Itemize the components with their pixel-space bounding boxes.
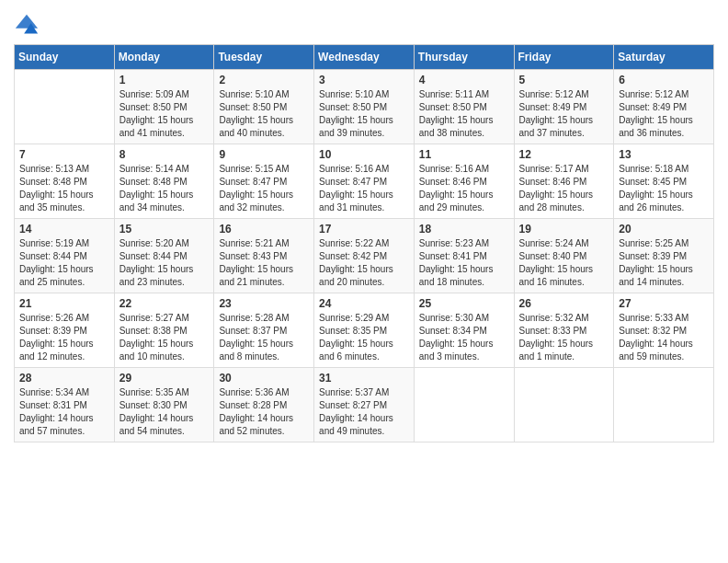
day-info: Sunrise: 5:18 AM Sunset: 8:45 PM Dayligh… xyxy=(619,163,709,214)
day-cell: 1Sunrise: 5:09 AM Sunset: 8:50 PM Daylig… xyxy=(114,70,214,144)
column-header-tuesday: Tuesday xyxy=(214,45,314,70)
day-info: Sunrise: 5:30 AM Sunset: 8:34 PM Dayligh… xyxy=(419,312,509,363)
day-cell: 20Sunrise: 5:25 AM Sunset: 8:39 PM Dayli… xyxy=(614,219,714,293)
day-cell: 16Sunrise: 5:21 AM Sunset: 8:43 PM Dayli… xyxy=(214,219,314,293)
day-number: 9 xyxy=(219,148,309,161)
day-number: 13 xyxy=(619,148,709,161)
week-row-5: 28Sunrise: 5:34 AM Sunset: 8:31 PM Dayli… xyxy=(15,368,714,442)
day-number: 21 xyxy=(19,297,109,310)
day-cell: 22Sunrise: 5:27 AM Sunset: 8:38 PM Dayli… xyxy=(114,293,214,368)
day-info: Sunrise: 5:34 AM Sunset: 8:31 PM Dayligh… xyxy=(19,386,109,438)
day-number: 11 xyxy=(419,148,509,161)
day-number: 6 xyxy=(619,74,709,86)
day-cell: 18Sunrise: 5:23 AM Sunset: 8:41 PM Dayli… xyxy=(414,219,514,293)
day-number: 30 xyxy=(219,372,309,385)
day-info: Sunrise: 5:20 AM Sunset: 8:44 PM Dayligh… xyxy=(119,237,210,289)
day-cell: 19Sunrise: 5:24 AM Sunset: 8:40 PM Dayli… xyxy=(514,219,614,293)
day-cell: 4Sunrise: 5:11 AM Sunset: 8:50 PM Daylig… xyxy=(414,70,514,144)
day-info: Sunrise: 5:12 AM Sunset: 8:49 PM Dayligh… xyxy=(519,88,609,140)
day-info: Sunrise: 5:10 AM Sunset: 8:50 PM Dayligh… xyxy=(219,88,309,140)
day-info: Sunrise: 5:15 AM Sunset: 8:47 PM Dayligh… xyxy=(219,163,309,214)
day-cell xyxy=(514,368,614,442)
day-number: 25 xyxy=(419,297,509,310)
day-info: Sunrise: 5:33 AM Sunset: 8:32 PM Dayligh… xyxy=(619,312,709,363)
day-cell: 2Sunrise: 5:10 AM Sunset: 8:50 PM Daylig… xyxy=(214,70,314,144)
day-cell: 21Sunrise: 5:26 AM Sunset: 8:39 PM Dayli… xyxy=(15,293,115,368)
day-info: Sunrise: 5:09 AM Sunset: 8:50 PM Dayligh… xyxy=(119,88,210,140)
svg-marker-0 xyxy=(16,15,38,29)
day-info: Sunrise: 5:36 AM Sunset: 8:28 PM Dayligh… xyxy=(219,386,309,438)
day-cell: 11Sunrise: 5:16 AM Sunset: 8:46 PM Dayli… xyxy=(414,144,514,219)
day-cell: 23Sunrise: 5:28 AM Sunset: 8:37 PM Dayli… xyxy=(214,293,314,368)
day-info: Sunrise: 5:26 AM Sunset: 8:39 PM Dayligh… xyxy=(19,312,109,363)
header-row: SundayMondayTuesdayWednesdayThursdayFrid… xyxy=(15,45,714,70)
day-cell: 17Sunrise: 5:22 AM Sunset: 8:42 PM Dayli… xyxy=(314,219,415,293)
calendar-table: SundayMondayTuesdayWednesdayThursdayFrid… xyxy=(14,44,714,442)
day-info: Sunrise: 5:32 AM Sunset: 8:33 PM Dayligh… xyxy=(519,312,609,363)
day-number: 10 xyxy=(319,148,409,161)
day-info: Sunrise: 5:19 AM Sunset: 8:44 PM Dayligh… xyxy=(19,237,109,289)
day-cell: 15Sunrise: 5:20 AM Sunset: 8:44 PM Dayli… xyxy=(114,219,214,293)
day-number: 4 xyxy=(419,74,509,86)
day-number: 8 xyxy=(119,148,210,161)
day-info: Sunrise: 5:22 AM Sunset: 8:42 PM Dayligh… xyxy=(319,237,409,289)
day-number: 22 xyxy=(119,297,210,310)
day-info: Sunrise: 5:35 AM Sunset: 8:30 PM Dayligh… xyxy=(119,386,210,438)
day-cell: 27Sunrise: 5:33 AM Sunset: 8:32 PM Dayli… xyxy=(614,293,714,368)
week-row-3: 14Sunrise: 5:19 AM Sunset: 8:44 PM Dayli… xyxy=(15,219,714,293)
day-info: Sunrise: 5:10 AM Sunset: 8:50 PM Dayligh… xyxy=(319,88,409,140)
day-info: Sunrise: 5:24 AM Sunset: 8:40 PM Dayligh… xyxy=(519,237,609,289)
day-number: 27 xyxy=(619,297,709,310)
day-cell: 8Sunrise: 5:14 AM Sunset: 8:48 PM Daylig… xyxy=(114,144,214,219)
day-number: 23 xyxy=(219,297,309,310)
day-cell: 25Sunrise: 5:30 AM Sunset: 8:34 PM Dayli… xyxy=(414,293,514,368)
logo xyxy=(14,13,43,39)
day-info: Sunrise: 5:37 AM Sunset: 8:27 PM Dayligh… xyxy=(319,386,409,438)
day-cell: 7Sunrise: 5:13 AM Sunset: 8:48 PM Daylig… xyxy=(15,144,115,219)
day-cell: 10Sunrise: 5:16 AM Sunset: 8:47 PM Dayli… xyxy=(314,144,415,219)
day-cell xyxy=(414,368,514,442)
week-row-1: 1Sunrise: 5:09 AM Sunset: 8:50 PM Daylig… xyxy=(15,70,714,144)
day-number: 12 xyxy=(519,148,609,161)
day-number: 17 xyxy=(319,223,409,236)
logo-icon xyxy=(14,13,40,39)
day-info: Sunrise: 5:16 AM Sunset: 8:47 PM Dayligh… xyxy=(319,163,409,214)
day-cell xyxy=(614,368,714,442)
day-cell: 24Sunrise: 5:29 AM Sunset: 8:35 PM Dayli… xyxy=(314,293,415,368)
week-row-4: 21Sunrise: 5:26 AM Sunset: 8:39 PM Dayli… xyxy=(15,293,714,368)
day-number: 24 xyxy=(319,297,409,310)
day-cell: 29Sunrise: 5:35 AM Sunset: 8:30 PM Dayli… xyxy=(114,368,214,442)
column-header-monday: Monday xyxy=(114,45,214,70)
day-info: Sunrise: 5:16 AM Sunset: 8:46 PM Dayligh… xyxy=(419,163,509,214)
day-cell xyxy=(15,70,115,144)
day-info: Sunrise: 5:14 AM Sunset: 8:48 PM Dayligh… xyxy=(119,163,210,214)
day-cell: 28Sunrise: 5:34 AM Sunset: 8:31 PM Dayli… xyxy=(15,368,115,442)
day-number: 19 xyxy=(519,223,609,236)
day-number: 3 xyxy=(319,74,409,86)
week-row-2: 7Sunrise: 5:13 AM Sunset: 8:48 PM Daylig… xyxy=(15,144,714,219)
day-cell: 5Sunrise: 5:12 AM Sunset: 8:49 PM Daylig… xyxy=(514,70,614,144)
day-number: 28 xyxy=(19,372,109,385)
day-info: Sunrise: 5:29 AM Sunset: 8:35 PM Dayligh… xyxy=(319,312,409,363)
day-cell: 6Sunrise: 5:12 AM Sunset: 8:49 PM Daylig… xyxy=(614,70,714,144)
column-header-thursday: Thursday xyxy=(414,45,514,70)
day-info: Sunrise: 5:13 AM Sunset: 8:48 PM Dayligh… xyxy=(19,163,109,214)
day-cell: 13Sunrise: 5:18 AM Sunset: 8:45 PM Dayli… xyxy=(614,144,714,219)
day-cell: 31Sunrise: 5:37 AM Sunset: 8:27 PM Dayli… xyxy=(314,368,415,442)
day-info: Sunrise: 5:12 AM Sunset: 8:49 PM Dayligh… xyxy=(619,88,709,140)
day-number: 29 xyxy=(119,372,210,385)
day-number: 26 xyxy=(519,297,609,310)
column-header-sunday: Sunday xyxy=(15,45,115,70)
day-number: 2 xyxy=(219,74,309,86)
day-number: 31 xyxy=(319,372,409,385)
day-info: Sunrise: 5:11 AM Sunset: 8:50 PM Dayligh… xyxy=(419,88,509,140)
page-header xyxy=(14,9,714,39)
day-cell: 3Sunrise: 5:10 AM Sunset: 8:50 PM Daylig… xyxy=(314,70,415,144)
day-cell: 12Sunrise: 5:17 AM Sunset: 8:46 PM Dayli… xyxy=(514,144,614,219)
day-number: 15 xyxy=(119,223,210,236)
day-info: Sunrise: 5:17 AM Sunset: 8:46 PM Dayligh… xyxy=(519,163,609,214)
day-cell: 30Sunrise: 5:36 AM Sunset: 8:28 PM Dayli… xyxy=(214,368,314,442)
day-info: Sunrise: 5:27 AM Sunset: 8:38 PM Dayligh… xyxy=(119,312,210,363)
day-number: 5 xyxy=(519,74,609,86)
day-number: 7 xyxy=(19,148,109,161)
